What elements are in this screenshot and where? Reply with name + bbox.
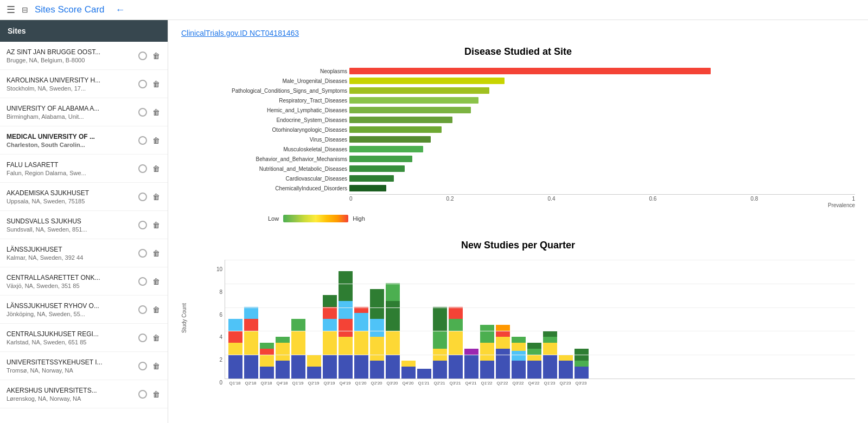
x-label: Q2'19 (307, 381, 321, 386)
delete-btn[interactable]: 🗑 (151, 332, 161, 343)
disease-bars-wrapper: 0 0.2 0.4 0.6 0.8 1 Prevalence (349, 66, 855, 208)
bar-segment (527, 361, 541, 379)
radio-btn[interactable] (138, 305, 147, 314)
bar-segment (323, 355, 337, 379)
disease-bar-label: Respiratory_Tract_Diseases (279, 95, 349, 105)
bar-group (339, 271, 353, 379)
bar-segment (339, 301, 353, 319)
delete-btn[interactable]: 🗑 (151, 79, 161, 89)
bar-segment (386, 331, 400, 355)
radio-btn[interactable] (138, 334, 147, 342)
sidebar-item[interactable]: CENTRALLASARETTET ONK... Växjö, NA, Swed… (0, 267, 168, 296)
bar-segment (386, 355, 400, 379)
radio-btn[interactable] (138, 362, 147, 370)
radio-btn[interactable] (138, 390, 147, 399)
delete-btn[interactable]: 🗑 (151, 361, 161, 371)
bar-segment (496, 349, 510, 379)
delete-btn[interactable]: 🗑 (151, 389, 161, 400)
x-label: Q3'21 (448, 381, 462, 386)
sidebar-item[interactable]: SUNDSVALLS SJUKHUS Sundsvall, NA, Sweden… (0, 211, 168, 239)
bar-segment (323, 307, 337, 319)
delete-btn[interactable]: 🗑 (151, 107, 161, 118)
sidebar-item[interactable]: AKERSHUS UNIVERSITETS... Lørenskog, NA, … (0, 380, 168, 408)
bar-group (464, 349, 478, 379)
ct-link[interactable]: ClinicalTrials.gov.ID NCT04181463 (181, 29, 855, 37)
x-label: Q1'22 (480, 381, 494, 386)
sidebar-item[interactable]: UNIVERSITY OF ALABAMA A... Birmingham, A… (0, 98, 168, 126)
sidebar-item[interactable]: FALU LASARETT Falun, Region Dalarna, Swe… (0, 155, 168, 183)
sidebar-item[interactable]: AKADEMISKA SJUKHUSET Uppsala, NA, Sweden… (0, 183, 168, 211)
disease-bar-label: Hemic_and_Lymphatic_Diseases (267, 105, 349, 115)
bar-segment (370, 361, 384, 379)
disease-bar-label: Cardiovascular_Diseases (286, 174, 349, 183)
x-label: Q1'21 (417, 381, 431, 386)
bar-segment (480, 361, 494, 379)
sidebar-item[interactable]: LÄNSSJUKHUSET RYHOV O... Jönköping, NA, … (0, 296, 168, 324)
x-label: Q3'19 (322, 381, 336, 386)
delete-btn[interactable]: 🗑 (151, 135, 161, 146)
bar-segment (480, 343, 494, 361)
disease-bar-row (349, 95, 855, 105)
main-content: ClinicalTrials.gov.ID NCT04181463 Diseas… (168, 20, 868, 423)
radio-btn[interactable] (138, 193, 147, 201)
bar-segment (559, 361, 573, 379)
back-button[interactable]: ← (116, 4, 125, 16)
delete-btn[interactable]: 🗑 (151, 50, 161, 61)
x-label: Q4'18 (275, 381, 289, 386)
disease-bar-row (349, 164, 855, 174)
delete-btn[interactable]: 🗑 (151, 248, 161, 259)
bar-segment (575, 367, 589, 379)
menu-icon[interactable]: ☰ (7, 4, 15, 16)
bar-group (433, 307, 447, 379)
sidebar-item[interactable]: MEDICAL UNIVERSITY OF ... Charleston, So… (0, 126, 168, 155)
sidebar-item[interactable]: LÄNSSJUKHUSET Kalmar, NA, Sweden, 392 44… (0, 239, 168, 267)
bar-group (496, 325, 510, 379)
bar-segment (260, 367, 274, 379)
y-labels: 10 8 6 4 2 0 (214, 266, 225, 386)
disease-bar (349, 68, 711, 74)
bar-segment (401, 361, 416, 367)
bar-segment (527, 349, 541, 355)
delete-btn[interactable]: 🗑 (151, 304, 161, 315)
legend-low-label: Low (268, 215, 279, 222)
bar-segment (244, 331, 258, 355)
bar-segment (496, 337, 510, 349)
bar-group (449, 307, 463, 379)
delete-btn[interactable]: 🗑 (151, 220, 161, 230)
bar-segment (433, 349, 447, 361)
radio-btn[interactable] (138, 221, 147, 229)
bar-segment (323, 331, 337, 355)
sidebar-item[interactable]: KAROLINSKA UNIVERSITY H... Stockholm, NA… (0, 70, 168, 98)
bar-group (417, 369, 431, 379)
bar-segment (276, 337, 290, 343)
radio-btn[interactable] (138, 277, 147, 286)
sidebar-item[interactable]: CENTRALSJUKHUSET REGI... Karlstad, NA, S… (0, 324, 168, 352)
bar-segment (323, 319, 337, 331)
radio-btn[interactable] (138, 108, 147, 117)
radio-btn[interactable] (138, 249, 147, 258)
radio-btn[interactable] (138, 164, 147, 173)
bar-segment (543, 337, 557, 343)
bar-segment (527, 343, 541, 349)
radio-btn[interactable] (138, 136, 147, 145)
delete-btn[interactable]: 🗑 (151, 191, 161, 202)
delete-btn[interactable]: 🗑 (151, 163, 161, 174)
sidebar-item[interactable]: AZ SINT JAN BRUGGE OOST... Brugge, NA, B… (0, 42, 168, 70)
filter-icon[interactable]: ⊟ (22, 5, 28, 14)
radio-btn[interactable] (138, 80, 147, 88)
bar-segment (354, 313, 368, 331)
bar-segment (260, 355, 274, 367)
bar-segment (433, 361, 447, 379)
studies-x-labels: Q1'18Q2'18Q3'18Q4'18Q1'19Q2'19Q3'19Q4'19… (225, 381, 855, 386)
disease-bar (349, 78, 505, 84)
sidebar-item[interactable]: UNIVERSITETSSYKEHUSET I... Tromsø, NA, N… (0, 352, 168, 380)
bar-segment (496, 331, 510, 337)
delete-btn[interactable]: 🗑 (151, 276, 161, 287)
bar-segment (228, 343, 242, 355)
studies-chart-wrapper: Study Count 10 8 6 4 2 0 (197, 260, 855, 386)
x-label: Q4'19 (338, 381, 352, 386)
disease-bar-label: ChemicallyInduced_Disorders (275, 183, 349, 193)
radio-btn[interactable] (138, 52, 147, 60)
bar-segment (228, 355, 242, 379)
disease-chart-title: Disease Studied at Site (181, 46, 855, 57)
